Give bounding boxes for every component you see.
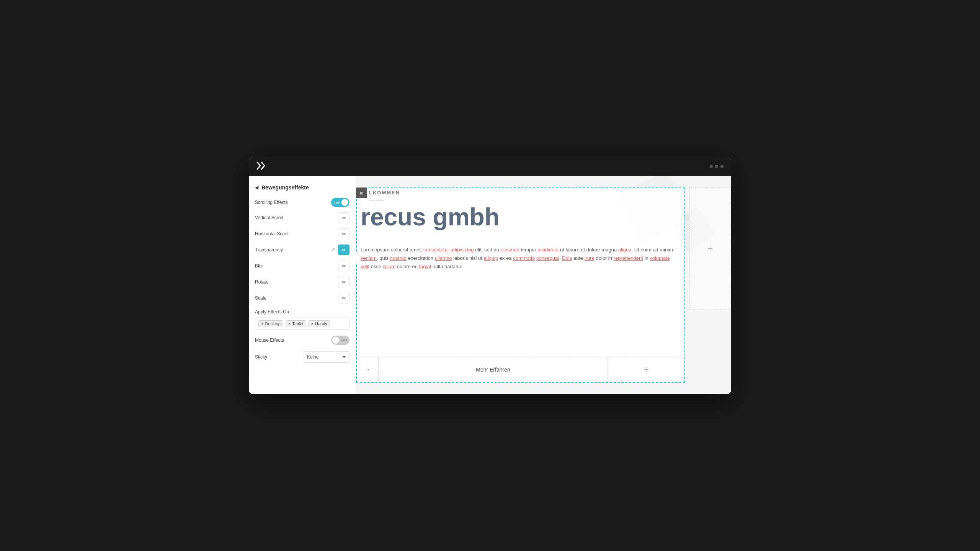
- bottom-bar: → Mehr Erfahren +: [357, 357, 684, 382]
- link-voluptate[interactable]: voluptate: [650, 255, 670, 261]
- label-scale: Scale: [255, 295, 266, 301]
- edit-btn-transparency[interactable]: ✏: [338, 245, 350, 255]
- arrow-icon: →: [364, 366, 371, 373]
- link-commodo[interactable]: commodo: [513, 255, 535, 261]
- left-panel: ◀ Bewegungseffekte Scrolling Effects AUF…: [249, 176, 356, 394]
- label-horizontal-scroll: Horizontal Scroll: [255, 231, 288, 236]
- mehr-erfahren-btn[interactable]: Mehr Erfahren: [379, 357, 608, 382]
- dot-2: [715, 165, 718, 168]
- row-vertical-scroll: Vertical Scroll ✏: [249, 210, 356, 226]
- link-incididunt[interactable]: incididunt: [537, 247, 559, 253]
- dot-3: [720, 165, 724, 168]
- tag-desktop-label: Desktop: [265, 321, 280, 326]
- link-nostrud[interactable]: nostrud: [390, 255, 407, 261]
- link-consequat[interactable]: consequat: [536, 255, 559, 261]
- link-veniam[interactable]: veniam: [361, 255, 377, 261]
- label-transparency: Transparency: [255, 247, 283, 253]
- tag-handy[interactable]: × Handy: [309, 320, 330, 327]
- element-toolbar-grid-icon: ⊞: [360, 191, 363, 196]
- browser-content: ◀ Bewegungseffekte Scrolling Effects AUF…: [249, 176, 731, 394]
- section-title: Bewegungseffekte: [261, 184, 309, 191]
- selected-content-element[interactable]: ⊞ LKOMMEN recus gmbh Lorem ipsum dolor s…: [356, 187, 685, 383]
- company-name: recus gmbh: [361, 204, 500, 230]
- toggle-scrolling-effects[interactable]: AUF: [331, 198, 350, 207]
- label-rotate: Rotate: [255, 279, 268, 285]
- toggle-off-label: AUS: [341, 339, 347, 342]
- label-blur: Blur: [255, 263, 263, 269]
- row-transparency: Transparency ↺ ✏: [249, 242, 356, 258]
- link-duis[interactable]: Duis: [562, 255, 572, 261]
- edit-btn-scale[interactable]: ✏: [338, 293, 350, 303]
- section-collapse-arrow: ◀: [255, 185, 258, 190]
- row-horizontal-scroll: Horizontal Scroll ✏: [249, 226, 356, 242]
- browser-controls: [710, 165, 724, 168]
- link-fugiat[interactable]: fugiat: [419, 264, 431, 269]
- label-sticky: Sticky: [255, 354, 267, 360]
- element-toolbar: ⊞: [356, 187, 367, 198]
- row-sticky: Sticky Keine Top Bottom: [249, 347, 356, 367]
- controls-vertical-scroll: ✏: [338, 212, 350, 223]
- controls-scrolling-effects: AUF: [331, 198, 350, 207]
- edit-btn-rotate[interactable]: ✏: [338, 277, 350, 287]
- tag-tablet-x: ×: [288, 321, 291, 326]
- link-irure[interactable]: irure: [585, 255, 595, 261]
- link-adipisicing[interactable]: adipisicing: [451, 247, 474, 253]
- controls-blur: ✏: [338, 261, 350, 271]
- toggle-on-label: AUF: [333, 201, 340, 204]
- toggle-mouse-effects[interactable]: AUS: [331, 336, 350, 345]
- row-mouse-effects: Mouse Effects AUS: [249, 333, 356, 347]
- edit-btn-blur[interactable]: ✏: [338, 261, 350, 271]
- browser-window: ◀ Bewegungseffekte Scrolling Effects AUF…: [249, 157, 731, 394]
- body-text: Lorem ipsum dolor sit amet, consectetur …: [361, 246, 677, 271]
- sticky-select[interactable]: Keine Top Bottom: [304, 351, 350, 363]
- right-add-icon: +: [708, 244, 713, 254]
- row-rotate: Rotate ✏: [249, 274, 356, 290]
- bottom-arrow-btn[interactable]: →: [357, 357, 379, 382]
- controls-transparency: ↺ ✏: [331, 245, 350, 255]
- row-scale: Scale ✏: [249, 290, 356, 306]
- link-ullamco[interactable]: ullamco: [435, 255, 452, 261]
- toggle-knob: [341, 199, 348, 206]
- app-logo: [256, 161, 267, 172]
- mehr-erfahren-label: Mehr Erfahren: [476, 367, 510, 373]
- main-canvas-area: ⊞ LKOMMEN recus gmbh Lorem ipsum dolor s…: [356, 176, 731, 394]
- divider-decoration: [369, 201, 384, 201]
- label-vertical-scroll: Vertical Scroll: [255, 215, 283, 220]
- link-reprehenderit[interactable]: reprehenderit: [614, 255, 643, 261]
- apply-effects-label: Apply Effects On: [255, 309, 350, 315]
- bottom-plus-btn[interactable]: +: [608, 357, 684, 382]
- welcome-text: LKOMMEN: [369, 190, 400, 196]
- canvas: ⊞ LKOMMEN recus gmbh Lorem ipsum dolor s…: [356, 176, 731, 394]
- browser-titlebar: [249, 157, 731, 176]
- link-velit[interactable]: velit: [361, 264, 369, 269]
- body-text-content: Lorem ipsum dolor sit amet, consectetur …: [361, 247, 673, 269]
- controls-scale: ✏: [338, 293, 350, 303]
- controls-rotate: ✏: [338, 277, 350, 287]
- link-aliqua[interactable]: aliqua: [618, 247, 632, 253]
- right-add-column-btn[interactable]: +: [689, 187, 731, 310]
- tag-desktop-x: ×: [261, 321, 263, 326]
- tag-tablet-label: Tablet: [292, 321, 303, 326]
- link-eiusmod[interactable]: eiusmod: [501, 247, 519, 253]
- link-aliquip[interactable]: aliquip: [484, 255, 498, 261]
- tag-tablet[interactable]: × Tablet: [286, 320, 306, 327]
- link-cillum[interactable]: cillum: [383, 264, 395, 269]
- tag-handy-x: ×: [311, 321, 314, 326]
- dot-1: [710, 165, 713, 168]
- refresh-icon[interactable]: ↺: [331, 247, 335, 253]
- row-blur: Blur ✏: [249, 258, 356, 274]
- link-amet[interactable]: consectetur: [423, 247, 449, 253]
- toggle-knob-mouse: [332, 337, 339, 344]
- bottom-plus-icon: +: [644, 365, 649, 375]
- apply-effects-section: Apply Effects On × Desktop × Tablet × Ha…: [249, 306, 356, 333]
- row-scrolling-effects: Scrolling Effects AUF: [249, 195, 356, 210]
- tag-handy-label: Handy: [315, 321, 327, 326]
- label-scrolling-effects: Scrolling Effects: [255, 200, 288, 205]
- controls-mouse-effects: AUS: [331, 336, 350, 345]
- controls-horizontal-scroll: ✏: [338, 228, 350, 239]
- label-mouse-effects: Mouse Effects: [255, 337, 284, 343]
- tag-desktop[interactable]: × Desktop: [258, 320, 283, 327]
- section-header-bewegungseffekte[interactable]: ◀ Bewegungseffekte: [249, 180, 356, 195]
- edit-btn-vertical-scroll[interactable]: ✏: [338, 212, 350, 223]
- edit-btn-horizontal-scroll[interactable]: ✏: [338, 228, 350, 239]
